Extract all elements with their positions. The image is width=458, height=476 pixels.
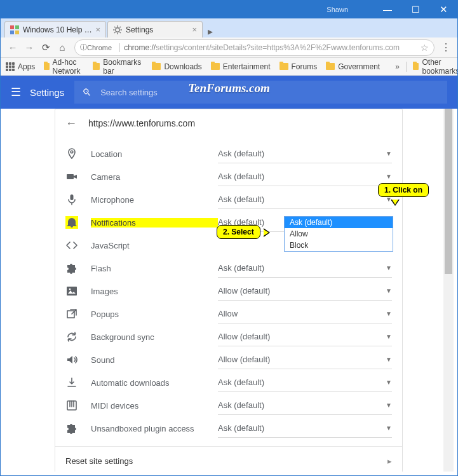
other-bookmarks-folder[interactable]: Other bookmarks <box>413 58 458 76</box>
code-icon <box>65 239 78 252</box>
bookmark-folder[interactable]: Forums <box>280 62 318 71</box>
permission-label: Camera <box>91 172 218 182</box>
permission-label: Popups <box>91 309 218 319</box>
settings-search-input[interactable]: 🔍︎ Search settings <box>74 81 447 104</box>
window-maximize-button[interactable]: ☐ <box>401 1 429 18</box>
folder-icon <box>211 63 220 70</box>
bookmark-star-icon[interactable]: ☆ <box>421 43 429 53</box>
nav-home-button[interactable]: ⌂ <box>54 39 71 56</box>
address-bar[interactable]: ⓘ Chrome chrome://settings/content/siteD… <box>74 39 434 56</box>
caret-down-icon: ▼ <box>386 356 392 363</box>
tab-close-icon[interactable]: × <box>95 25 100 34</box>
url-scheme: chrome:// <box>124 43 156 52</box>
bookmark-folder[interactable]: Government <box>326 62 380 71</box>
dropdown-option-ask[interactable]: Ask (default) <box>285 217 393 228</box>
window-titlebar: Shawn — ☐ ✕ <box>1 1 457 18</box>
vertical-scrollbar[interactable] <box>443 109 454 472</box>
folder-icon <box>44 63 49 70</box>
permission-value: Allow (default) <box>218 355 386 364</box>
folder-icon <box>280 63 288 70</box>
scrollbar-thumb[interactable] <box>445 109 452 274</box>
caret-down-icon: ▼ <box>386 425 392 432</box>
bookmark-label: Government <box>338 62 380 71</box>
permission-select[interactable]: Ask (default)▼ <box>218 396 392 415</box>
svg-line-10 <box>119 32 121 33</box>
caret-down-icon: ▼ <box>386 402 392 409</box>
tab-close-icon[interactable]: × <box>192 25 197 34</box>
sync-icon <box>65 330 78 343</box>
separator <box>119 43 120 52</box>
browser-tabstrip: Windows 10 Help Forums × Settings × ▸ <box>1 18 457 37</box>
permission-label: Sound <box>91 355 218 365</box>
bookmark-folder[interactable]: Ad-hoc Network <box>44 58 84 76</box>
svg-point-13 <box>71 151 73 153</box>
permission-row-image: ImagesAllow (default)▼ <box>55 280 402 303</box>
svg-rect-2 <box>10 31 14 34</box>
card-header: ← https://www.tenforums.com <box>55 109 402 137</box>
permission-select[interactable]: Allow (default)▼ <box>218 327 392 346</box>
permission-row-popup: PopupsAllow▼ <box>55 303 402 325</box>
security-chip[interactable]: ⓘ Chrome <box>80 43 112 52</box>
caret-down-icon: ▼ <box>386 287 392 294</box>
window-minimize-button[interactable]: — <box>374 1 401 18</box>
permission-select[interactable]: Ask (default)▼ <box>218 373 392 392</box>
permission-label: Microphone <box>91 195 218 205</box>
plugin-icon <box>65 422 78 435</box>
notifications-dropdown-menu[interactable]: Ask (default) Allow Block <box>284 216 393 252</box>
callout-arrow-2 <box>264 228 270 237</box>
permission-label: JavaScript <box>91 241 218 250</box>
nav-reload-button[interactable]: ⟳ <box>37 39 54 56</box>
caret-down-icon: ▼ <box>386 264 392 271</box>
back-arrow-button[interactable]: ← <box>65 117 77 130</box>
location-icon <box>65 147 78 160</box>
apps-icon <box>6 62 15 71</box>
puzzle-icon <box>65 262 78 275</box>
svg-rect-1 <box>15 25 19 29</box>
browser-menu-button[interactable]: ⋮ <box>438 41 454 53</box>
browser-tab-0[interactable]: Windows 10 Help Forums × <box>4 21 106 37</box>
bookmark-label: Ad-hoc Network <box>53 58 84 76</box>
mic-icon <box>65 193 78 206</box>
permission-label: Background sync <box>91 332 218 342</box>
permission-row-plugin: Unsandboxed plugin accessAsk (default)▼ <box>55 417 402 440</box>
bookmark-folder[interactable]: Bookmarks bar <box>93 58 143 76</box>
reset-site-settings-button[interactable]: Reset site settings ▸ <box>55 446 402 472</box>
chevron-right-icon: ▸ <box>387 456 392 466</box>
permission-select[interactable]: Ask (default)▼ <box>218 419 392 438</box>
new-tab-button[interactable]: ▸ <box>204 25 217 37</box>
permission-select[interactable]: Allow (default)▼ <box>218 350 392 369</box>
apps-label: Apps <box>18 62 35 71</box>
permission-value: Ask (default) <box>218 194 386 204</box>
permission-label: Flash <box>91 264 218 273</box>
settings-title: Settings <box>30 87 64 98</box>
browser-tab-title: Settings <box>126 25 189 34</box>
separator <box>406 62 407 72</box>
bookmark-folder[interactable]: Downloads <box>152 62 201 71</box>
dropdown-option-allow[interactable]: Allow <box>285 228 393 240</box>
settings-menu-button[interactable]: ☰ <box>11 85 21 99</box>
permission-select[interactable]: Allow▼ <box>218 304 392 323</box>
apps-shortcut[interactable]: Apps <box>6 62 35 71</box>
midi-icon <box>65 399 78 412</box>
dropdown-option-block[interactable]: Block <box>285 240 393 251</box>
permission-row-puzzle: FlashAsk (default)▼ <box>55 257 402 280</box>
permission-value: Ask (default) <box>218 400 386 410</box>
permission-value: Ask (default) <box>218 172 386 181</box>
permission-row-download: Automatic downloadsAsk (default)▼ <box>55 371 402 394</box>
svg-point-17 <box>69 289 71 290</box>
settings-content: ← https://www.tenforums.com LocationAsk … <box>1 109 454 472</box>
nav-back-button[interactable]: ← <box>4 39 21 56</box>
permission-select[interactable]: Ask (default)▼ <box>218 259 392 278</box>
permission-value: Allow <box>218 309 386 318</box>
window-close-button[interactable]: ✕ <box>429 1 457 18</box>
permission-select[interactable]: Ask (default)▼ <box>218 167 392 186</box>
svg-line-12 <box>119 27 121 28</box>
url-path: settings/content/siteDetails?site=https%… <box>156 43 400 52</box>
browser-tab-1[interactable]: Settings × <box>107 21 203 37</box>
permission-select[interactable]: Ask (default)▼ <box>218 144 392 163</box>
permission-select[interactable]: Allow (default)▼ <box>218 282 392 301</box>
bookmarks-overflow-button[interactable]: » <box>395 62 400 71</box>
bookmark-folder[interactable]: Entertainment <box>211 62 271 71</box>
folder-icon <box>152 63 161 70</box>
permission-select[interactable]: Ask (default)▼ <box>218 190 392 209</box>
